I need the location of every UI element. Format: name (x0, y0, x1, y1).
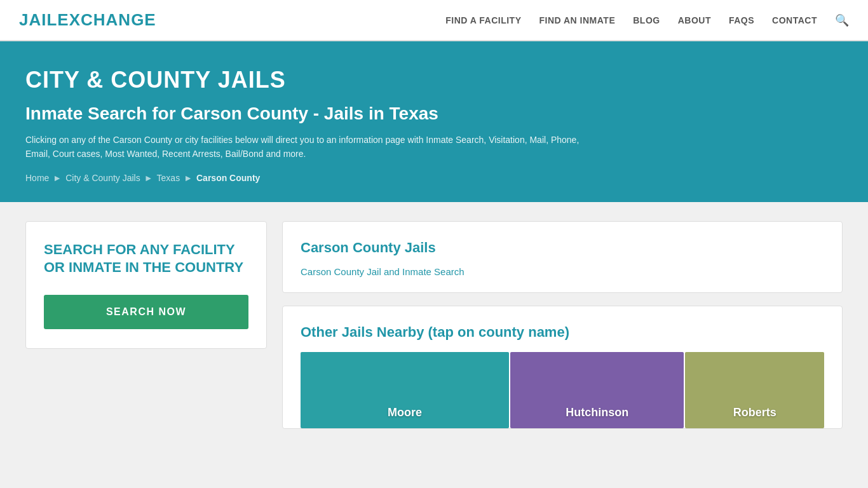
logo-part1: JAIL (19, 10, 57, 29)
map-tile-hutchinson[interactable]: Hutchinson (510, 352, 684, 428)
logo-part2: EXCHANGE (57, 10, 156, 29)
hero-section: CITY & COUNTY JAILS Inmate Search for Ca… (0, 41, 868, 202)
breadcrumb-home[interactable]: Home (25, 173, 49, 183)
map-visual: Moore Hutchinson Roberts (301, 352, 824, 428)
county-jails-card: Carson County Jails Carson County Jail a… (282, 221, 843, 293)
map-tile-roberts-label: Roberts (733, 406, 776, 419)
nearby-jails-card: Other Jails Nearby (tap on county name) … (282, 306, 843, 429)
nav-faqs[interactable]: FAQs (729, 15, 754, 25)
search-panel-title: SEARCH FOR ANY FACILITY OR INMATE IN THE… (44, 241, 248, 277)
nav-contact[interactable]: CONTACT (772, 15, 817, 25)
nav-find-facility[interactable]: FIND A FACILITY (445, 15, 521, 25)
search-now-button[interactable]: SEARCH NOW (44, 295, 248, 329)
breadcrumb-current: Carson County (196, 173, 260, 183)
map-tile-moore-label: Moore (388, 406, 422, 419)
search-icon-button[interactable]: 🔍 (835, 13, 849, 27)
breadcrumb-sep2: ► (144, 173, 153, 183)
search-panel: SEARCH FOR ANY FACILITY OR INMATE IN THE… (25, 221, 267, 349)
nav-about[interactable]: ABOUT (678, 15, 711, 25)
nearby-jails-title: Other Jails Nearby (tap on county name) (301, 324, 824, 341)
hero-description: Clicking on any of the Carson County or … (25, 133, 597, 161)
map-tile-hutchinson-label: Hutchinson (566, 406, 628, 419)
main-content: SEARCH FOR ANY FACILITY OR INMATE IN THE… (0, 202, 868, 448)
page-title: CITY & COUNTY JAILS (25, 67, 843, 93)
map-tile-roberts[interactable]: Roberts (685, 352, 824, 428)
breadcrumb-section[interactable]: City & County Jails (65, 173, 140, 183)
right-panel: Carson County Jails Carson County Jail a… (282, 221, 843, 429)
breadcrumb-sep3: ► (184, 173, 193, 183)
breadcrumb-state[interactable]: Texas (157, 173, 180, 183)
breadcrumb-sep1: ► (53, 173, 62, 183)
breadcrumb: Home ► City & County Jails ► Texas ► Car… (25, 173, 843, 183)
logo[interactable]: JAILEXCHANGE (19, 10, 156, 30)
map-tile-moore[interactable]: Moore (301, 352, 509, 428)
header: JAILEXCHANGE FIND A FACILITY FIND AN INM… (0, 0, 868, 41)
county-jail-link[interactable]: Carson County Jail and Inmate Search (301, 266, 824, 277)
nav-blog[interactable]: BLOG (633, 15, 660, 25)
page-subtitle: Inmate Search for Carson County - Jails … (25, 104, 843, 124)
main-nav: FIND A FACILITY FIND AN INMATE BLOG ABOU… (445, 13, 849, 27)
county-jails-title: Carson County Jails (301, 240, 824, 256)
nav-find-inmate[interactable]: FIND AN INMATE (539, 15, 615, 25)
